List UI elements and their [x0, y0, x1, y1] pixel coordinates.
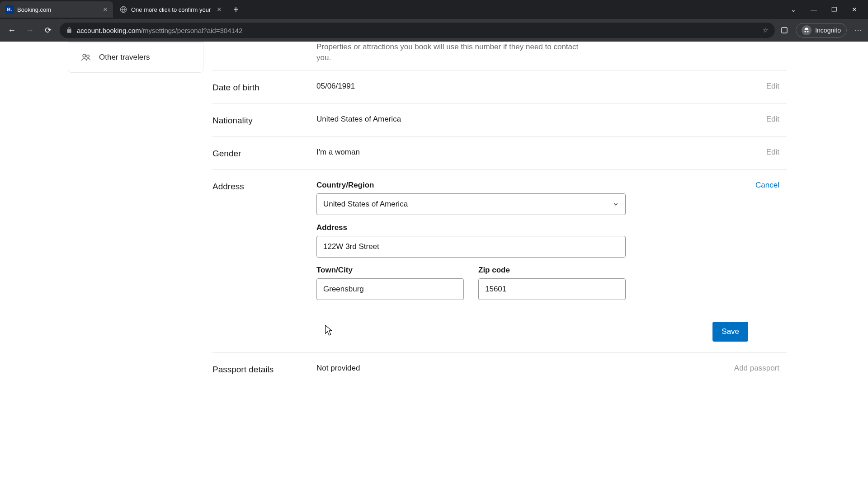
zip-input[interactable] [478, 278, 626, 300]
dob-label: Date of birth [212, 82, 316, 93]
phone-hint-text: Properties or attractions you book will … [212, 42, 583, 70]
browser-toolbar: ← → ⟳ account.booking.com/mysettings/per… [0, 19, 868, 42]
url: account.booking.com/mysettings/personal?… [77, 27, 243, 34]
gender-edit-button[interactable]: Edit [766, 148, 787, 159]
city-input[interactable] [316, 278, 464, 300]
country-label: Country/Region [316, 181, 755, 190]
svg-point-4 [87, 55, 90, 58]
row-dob: Date of birth 05/06/1991 Edit [212, 70, 787, 103]
close-icon[interactable]: × [103, 5, 108, 14]
cursor-icon [324, 324, 334, 336]
globe-icon [119, 5, 127, 14]
row-gender: Gender I'm a woman Edit [212, 136, 787, 169]
incognito-label: Incognito [815, 27, 841, 34]
forward-button[interactable]: → [24, 26, 36, 35]
svg-rect-2 [782, 28, 787, 33]
window-controls: ⌄ ― ❐ ✕ [785, 3, 868, 16]
nationality-edit-button[interactable]: Edit [766, 115, 787, 126]
tab-title: Booking.com [17, 6, 51, 13]
address-form: Country/Region United States of America … [316, 181, 755, 342]
row-address: Address Country/Region United States of … [212, 169, 787, 352]
sidebar-item-label: Other travelers [99, 53, 150, 62]
save-button[interactable]: Save [712, 322, 748, 342]
star-icon[interactable]: ☆ [763, 26, 769, 34]
row-nationality: Nationality United States of America Edi… [212, 103, 787, 136]
back-button[interactable]: ← [5, 26, 18, 35]
tab-booking[interactable]: B. Booking.com × [0, 1, 113, 18]
nationality-value: United States of America [316, 115, 766, 126]
close-window-icon[interactable]: ✕ [846, 3, 863, 16]
main-content: Properties or attractions you book will … [212, 42, 868, 385]
passport-value: Not provided [316, 364, 734, 375]
lock-icon [66, 27, 72, 33]
chevron-down-icon [613, 201, 619, 207]
dob-value: 05/06/1991 [316, 82, 766, 93]
sidebar-card: Other travelers [68, 42, 203, 73]
dob-edit-button[interactable]: Edit [766, 82, 787, 93]
row-passport: Passport details Not provided Add passpo… [212, 352, 787, 385]
zip-label: Zip code [478, 266, 626, 275]
maximize-icon[interactable]: ❐ [826, 3, 843, 16]
address-bar[interactable]: account.booking.com/mysettings/personal?… [60, 23, 775, 38]
browser-tab-strip: B. Booking.com × One more click to confi… [0, 0, 868, 19]
country-value: United States of America [323, 200, 408, 209]
minimize-icon[interactable]: ― [805, 3, 822, 16]
new-tab-button[interactable]: + [228, 5, 244, 15]
caret-down-icon[interactable]: ⌄ [785, 3, 802, 16]
passport-label: Passport details [212, 364, 316, 375]
gender-value: I'm a woman [316, 148, 766, 159]
address-field-label: Address [316, 223, 755, 232]
people-icon [81, 52, 91, 62]
address-cancel-button[interactable]: Cancel [755, 181, 787, 342]
sidebar: Other travelers [0, 42, 212, 385]
add-passport-button[interactable]: Add passport [734, 364, 787, 375]
menu-icon[interactable]: ⋮ [854, 27, 863, 34]
gender-label: Gender [212, 148, 316, 159]
sidebar-item-other-travelers[interactable]: Other travelers [68, 42, 203, 72]
reload-button[interactable]: ⟳ [42, 25, 54, 35]
incognito-badge[interactable]: Incognito [796, 23, 847, 38]
svg-point-3 [83, 54, 85, 57]
address-label: Address [212, 181, 316, 342]
booking-favicon-icon: B. [5, 5, 14, 14]
tab-title: One more click to confirm your [131, 6, 211, 13]
extensions-icon[interactable] [780, 26, 788, 34]
nationality-label: Nationality [212, 115, 316, 126]
tab-confirm[interactable]: One more click to confirm your × [114, 1, 227, 18]
address-input[interactable] [316, 236, 626, 258]
country-select[interactable]: United States of America [316, 193, 626, 215]
close-icon[interactable]: × [217, 5, 222, 14]
city-label: Town/City [316, 266, 464, 275]
incognito-icon [802, 25, 811, 35]
page-content: Other travelers Properties or attraction… [0, 42, 868, 385]
